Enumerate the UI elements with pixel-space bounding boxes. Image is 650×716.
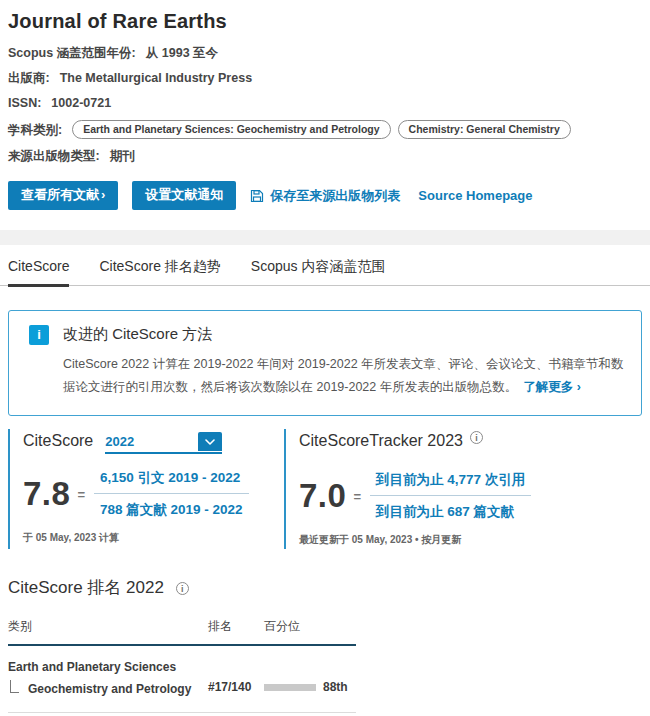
citescore-denominator: 788 篇文献 2019 - 2022 xyxy=(94,494,249,519)
tracker-equation: 7.0 = 到目前为止 4,777 次引用 到目前为止 687 篇文献 xyxy=(299,471,642,521)
percentile-bar xyxy=(264,684,316,691)
citescore-tracker-panel: CiteScoreTracker 2023 i 7.0 = 到目前为止 4,77… xyxy=(284,429,642,549)
save-icon xyxy=(250,189,264,203)
issn-value: 1002-0721 xyxy=(51,95,111,111)
tab-bar: CiteScore CiteScore 排名趋势 Scopus 内容涵盖范围 xyxy=(0,245,650,286)
view-all-documents-button[interactable]: 查看所有文献› xyxy=(8,181,118,210)
rank-info-icon[interactable]: i xyxy=(176,582,189,595)
tracker-denominator: 到目前为止 687 篇文献 xyxy=(370,496,531,521)
info-box-body: CiteScore 2022 计算在 2019-2022 年间对 2019-20… xyxy=(63,353,625,398)
rank-cell: #17/140 xyxy=(208,680,264,696)
citescore-numerator: 6,150 引文 2019 - 2022 xyxy=(94,469,249,494)
source-type-row: 来源出版物类型: 期刊 xyxy=(8,148,642,164)
set-document-alert-label: 设置文献通知 xyxy=(145,187,223,202)
journal-header: Journal of Rare Earths Scopus 涵盖范围年份: 从 … xyxy=(0,0,650,210)
info-box-title: 改进的 CiteScore 方法 xyxy=(63,325,625,344)
tab-citescore-rank-trend[interactable]: CiteScore 排名趋势 xyxy=(99,258,220,285)
chevron-right-icon: › xyxy=(101,187,105,202)
source-type-value: 期刊 xyxy=(110,148,135,164)
citescore-fraction: 6,150 引文 2019 - 2022 788 篇文献 2019 - 2022 xyxy=(94,469,249,519)
column-category: 类别 xyxy=(8,618,208,635)
percentile-label: 88th xyxy=(323,680,348,694)
tab-citescore[interactable]: CiteScore xyxy=(8,258,69,287)
set-document-alert-button[interactable]: 设置文献通知 xyxy=(132,181,236,210)
info-icon: i xyxy=(29,325,49,345)
citescore-tab-content: i 改进的 CiteScore 方法 CiteScore 2022 计算在 20… xyxy=(0,310,650,716)
issn-label: ISSN: xyxy=(8,95,41,111)
view-all-documents-label: 查看所有文献 xyxy=(21,187,99,202)
table-row: Earth and Planetary Sciences Geochemistr… xyxy=(8,646,356,713)
subcategory-name: Geochemistry and Petrology xyxy=(28,682,191,696)
source-type-label: 来源出版物类型: xyxy=(8,148,100,164)
subject-label: 学科类别: xyxy=(8,122,62,138)
tree-connector-icon xyxy=(10,680,19,693)
tracker-fraction: 到目前为止 4,777 次引用 到目前为止 687 篇文献 xyxy=(370,471,531,521)
citescore-panel-head: CiteScore 2022 xyxy=(23,432,284,454)
citescore-method-info-box: i 改进的 CiteScore 方法 CiteScore 2022 计算在 20… xyxy=(8,310,642,416)
rank-section-heading: CiteScore 排名 2022 i xyxy=(8,576,642,599)
source-homepage-link[interactable]: Source Homepage xyxy=(418,188,532,204)
page-title: Journal of Rare Earths xyxy=(8,10,642,33)
citescore-calculated-note: 于 05 May, 2023 计算 xyxy=(23,531,284,545)
category-name: Earth and Planetary Sciences xyxy=(8,660,208,675)
coverage-value: 从 1993 至今 xyxy=(146,45,218,61)
tracker-updated-note: 最近更新于 05 May, 2023 • 按月更新 xyxy=(299,533,642,547)
citescore-heading: CiteScore xyxy=(23,432,93,450)
tracker-numerator: 到目前为止 4,777 次引用 xyxy=(370,471,531,496)
tab-scopus-coverage[interactable]: Scopus 内容涵盖范围 xyxy=(251,258,386,285)
citescore-year-value: 2022 xyxy=(105,434,134,452)
column-rank: 排名 xyxy=(208,618,264,635)
citescore-value: 7.8 xyxy=(23,475,70,513)
action-bar: 查看所有文献› 设置文献通知 保存至来源出版物列表 Source Homepag… xyxy=(8,181,642,210)
tracker-value: 7.0 xyxy=(299,477,346,515)
citescore-year-dropdown[interactable]: 2022 xyxy=(105,432,222,454)
rank-table: 类别 排名 百分位 Earth and Planetary Sciences G… xyxy=(8,618,356,716)
publisher-label: 出版商: xyxy=(8,70,50,86)
publisher-value: The Metallurgical Industry Press xyxy=(60,70,252,86)
tracker-panel-head: CiteScoreTracker 2023 i xyxy=(299,432,642,450)
tracker-heading: CiteScoreTracker 2023 xyxy=(299,432,463,450)
issn-row: ISSN: 1002-0721 xyxy=(8,95,642,111)
coverage-label: Scopus 涵盖范围年份: xyxy=(8,45,136,61)
subcategory-row: Geochemistry and Petrology xyxy=(8,680,208,696)
chevron-down-icon xyxy=(205,439,215,445)
source-homepage-label: Source Homepage xyxy=(418,188,532,204)
tracker-info-icon[interactable]: i xyxy=(470,431,483,444)
percentile-cell: 88th xyxy=(264,680,356,696)
subject-tag-earth-planetary[interactable]: Earth and Planetary Sciences: Geochemist… xyxy=(72,120,390,139)
equals-sign: = xyxy=(77,487,85,502)
rank-heading-text: CiteScore 排名 2022 xyxy=(8,578,164,597)
section-divider-band xyxy=(0,230,650,245)
save-to-source-list-label: 保存至来源出版物列表 xyxy=(270,188,400,204)
column-percentile: 百分位 xyxy=(264,618,356,635)
citescore-equation: 7.8 = 6,150 引文 2019 - 2022 788 篇文献 2019 … xyxy=(23,469,284,519)
subject-area-row: 学科类别: Earth and Planetary Sciences: Geoc… xyxy=(8,120,642,139)
info-box-content: 改进的 CiteScore 方法 CiteScore 2022 计算在 2019… xyxy=(63,325,625,398)
category-cell: Earth and Planetary Sciences Geochemistr… xyxy=(8,660,208,696)
coverage-row: Scopus 涵盖范围年份: 从 1993 至今 xyxy=(8,45,642,61)
learn-more-link[interactable]: 了解更多 › xyxy=(523,380,581,394)
rank-table-header: 类别 排名 百分位 xyxy=(8,618,356,646)
citescore-panels: CiteScore 2022 7.8 = 6,150 引文 2019 - 202… xyxy=(8,429,642,549)
year-dropdown-button[interactable] xyxy=(198,432,222,451)
subject-tag-chemistry[interactable]: Chemistry: General Chemistry xyxy=(398,120,571,139)
citescore-panel: CiteScore 2022 7.8 = 6,150 引文 2019 - 202… xyxy=(8,429,284,549)
save-to-source-list-link[interactable]: 保存至来源出版物列表 xyxy=(250,188,400,204)
publisher-row: 出版商: The Metallurgical Industry Press xyxy=(8,70,642,86)
equals-sign: = xyxy=(353,489,361,504)
